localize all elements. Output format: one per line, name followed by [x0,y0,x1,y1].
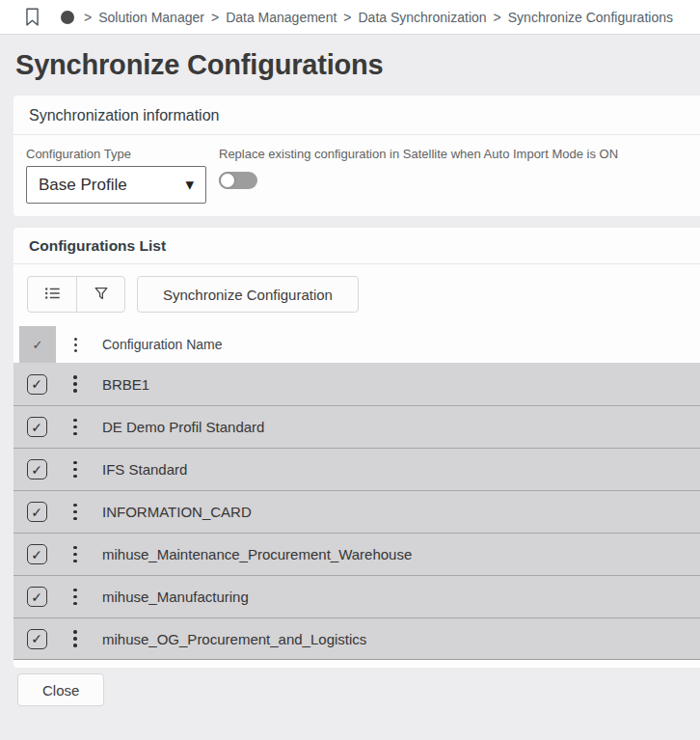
configuration-type-select[interactable]: Base Profile ▾ [26,166,206,204]
check-icon: ✓ [31,420,42,435]
configurations-list-toolbar: Synchronize Configuration [13,264,700,326]
configuration-name: BRBE1 [94,376,149,393]
close-button[interactable]: Close [17,673,104,706]
synchronization-information-header: Synchronization information [13,96,700,135]
configuration-name: INFORMATION_CARD [94,504,252,520]
kebab-menu-icon[interactable] [56,425,94,429]
breadcrumb-item-data-management[interactable]: Data Management [226,10,337,25]
configuration-name: IFS Standard [94,461,187,478]
list-view-button[interactable] [28,277,76,312]
replace-existing-label: Replace existing configuration in Satell… [219,147,618,161]
page-title: Synchronize Configurations [15,49,700,81]
column-header-configuration-name: Configuration Name [94,326,223,363]
check-icon: ✓ [31,505,42,520]
table-row[interactable]: ✓ BRBE1 [13,363,700,405]
check-icon: ✓ [31,589,42,605]
synchronize-configuration-button[interactable]: Synchronize Configuration [137,276,359,313]
toggle-knob [219,172,236,189]
list-view-icon [43,285,62,305]
check-icon: ✓ [31,376,42,392]
configuration-name: DE Demo Profil Standard [94,419,264,435]
breadcrumb: > Solution Manager > Data Management > D… [84,10,673,25]
configuration-type-value: Base Profile [39,176,127,195]
filter-button[interactable] [76,277,124,312]
kebab-menu-icon[interactable] [56,553,94,557]
table-row[interactable]: ✓ mihuse_OG_Procurement_and_Logistics [13,617,700,660]
breadcrumb-item-data-synchronization[interactable]: Data Synchronization [359,10,487,25]
table-row[interactable]: ✓ mihuse_Manufacturing [13,575,700,617]
replace-existing-field: Replace existing configuration in Satell… [219,147,618,204]
row-checkbox[interactable]: ✓ [27,544,47,564]
kebab-menu-icon[interactable] [56,595,94,599]
configuration-type-label: Configuration Type [26,147,206,161]
bookmark-icon[interactable] [23,6,41,29]
check-icon: ✓ [31,462,42,478]
select-all-checkbox[interactable]: ✓ [19,326,56,363]
filter-icon [93,285,110,305]
configurations-list-card: Configurations List [13,228,700,668]
kebab-menu-icon[interactable] [56,326,94,363]
table-row[interactable]: ✓ IFS Standard [13,448,700,490]
check-icon: ✓ [31,547,42,562]
check-icon: ✓ [33,338,43,352]
check-icon: ✓ [31,631,42,646]
table-row[interactable]: ✓ DE Demo Profil Standard [13,405,700,448]
configuration-name: mihuse_OG_Procurement_and_Logistics [94,631,366,647]
synchronization-information-content: Configuration Type Base Profile ▾ Replac… [13,135,700,216]
breadcrumb-item-synchronize-configurations[interactable]: Synchronize Configurations [508,10,673,25]
configurations-table: ✓ Configuration Name ✓ BRBE1 ✓ DE Demo P… [13,326,700,660]
synchronization-information-card: Synchronization information Configuratio… [13,96,700,216]
table-header-row: ✓ Configuration Name [13,326,700,363]
replace-existing-toggle[interactable] [219,172,257,189]
table-row[interactable]: ✓ INFORMATION_CARD [13,490,700,533]
breadcrumb-separator: > [494,10,501,25]
breadcrumb-item-solution-manager[interactable]: Solution Manager [98,10,204,25]
kebab-menu-icon[interactable] [56,637,94,641]
row-checkbox[interactable]: ✓ [27,417,47,437]
breadcrumb-separator: > [211,10,219,25]
status-dot-icon [61,11,74,24]
header-kebab-cell [56,326,94,363]
configuration-type-field: Configuration Type Base Profile ▾ [26,147,206,204]
breadcrumb-separator: > [343,10,351,25]
configuration-name: mihuse_Manufacturing [94,589,249,605]
kebab-menu-icon[interactable] [56,382,94,386]
breadcrumb-separator: > [84,10,92,25]
row-checkbox[interactable]: ✓ [27,587,47,607]
row-checkbox[interactable]: ✓ [27,502,47,522]
configurations-list-header: Configurations List [13,228,700,264]
configuration-name: mihuse_Maintenance_Procurement_Warehouse [94,546,412,562]
view-options-group [27,276,125,313]
row-checkbox[interactable]: ✓ [27,629,47,649]
kebab-menu-icon[interactable] [56,510,94,514]
table-row[interactable]: ✓ mihuse_Maintenance_Procurement_Warehou… [13,533,700,575]
row-checkbox[interactable]: ✓ [27,374,47,395]
kebab-menu-icon[interactable] [56,468,94,472]
top-bar: > Solution Manager > Data Management > D… [0,0,700,35]
row-checkbox[interactable]: ✓ [27,459,47,480]
chevron-down-icon: ▾ [185,177,194,193]
